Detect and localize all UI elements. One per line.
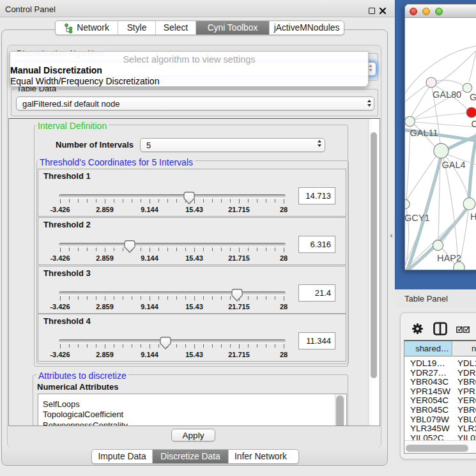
svg-text:GCY1: GCY1: [405, 213, 430, 223]
svg-text:GAL80: GAL80: [433, 89, 461, 100]
svg-text:GAL11: GAL11: [410, 128, 438, 138]
svg-text:CC: CC: [472, 119, 476, 129]
svg-text:HI: HI: [470, 211, 476, 222]
svg-text:HAP2: HAP2: [437, 253, 461, 263]
svg-text:GAL4: GAL4: [442, 160, 466, 170]
svg-text:GA: GA: [470, 92, 476, 102]
